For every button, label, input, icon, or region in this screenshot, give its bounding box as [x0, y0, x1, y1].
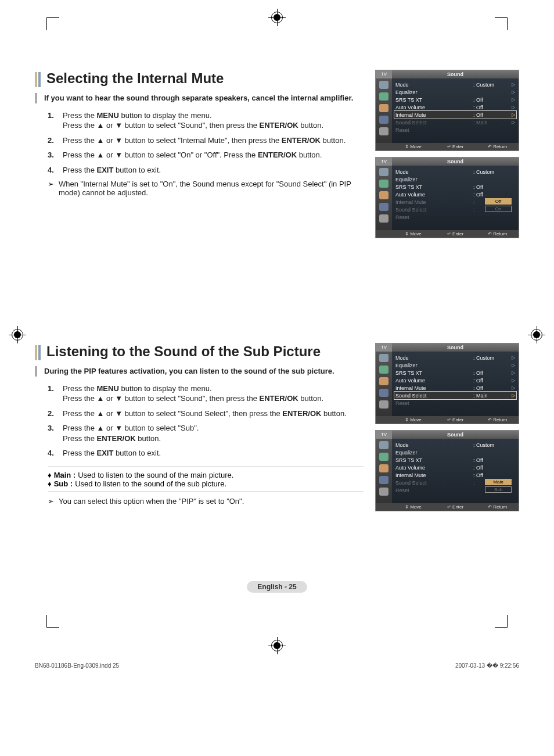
- osd-row[interactable]: Sound Select:MainSub: [395, 479, 515, 486]
- osd-enter-hint: ↵ Enter: [434, 230, 477, 238]
- osd-title: Sound: [392, 343, 519, 352]
- chevron-right-icon: ▷: [509, 97, 515, 102]
- input-icon[interactable]: [379, 127, 388, 135]
- osd-return-hint: ↶ Return: [476, 416, 519, 424]
- step-number: 2.: [48, 135, 57, 146]
- footer-right: 2007-03-13 �� 9:22:56: [455, 662, 519, 669]
- osd-row[interactable]: Reset: [395, 486, 515, 494]
- osd-menu-sound-select-options: TV Sound Mode: CustomEqualizerSRS TS XT:…: [375, 430, 519, 511]
- heading-bars-icon: [35, 70, 41, 87]
- osd-value: : Off: [473, 105, 509, 110]
- osd-row[interactable]: Internal Mute: Off▷: [395, 384, 515, 392]
- osd-row[interactable]: Auto Volume: Off▷: [395, 103, 515, 111]
- osd-row[interactable]: SRS TS XT: Off: [395, 456, 515, 464]
- osd-row[interactable]: Sound Select:: [395, 206, 515, 213]
- sound-icon[interactable]: [379, 366, 388, 374]
- osd-row[interactable]: SRS TS XT: Off▷: [395, 369, 515, 377]
- step-number: 3.: [48, 150, 57, 160]
- crop-mark-bl: [46, 615, 59, 628]
- osd-row[interactable]: Equalizer: [395, 449, 515, 456]
- input-icon[interactable]: [379, 488, 388, 496]
- osd-row[interactable]: SRS TS XT: Off: [395, 183, 515, 191]
- osd-row[interactable]: Mode: Custom: [395, 441, 515, 449]
- osd-row[interactable]: Equalizer: [395, 175, 515, 183]
- osd-tv-label: TV: [376, 343, 392, 352]
- step-item: 4.Press the EXIT button to exit.: [48, 165, 364, 175]
- osd-label: Mode: [395, 355, 473, 361]
- osd-enter-hint: ↵ Enter: [434, 503, 477, 511]
- osd-enter-hint: ↵ Enter: [434, 143, 477, 151]
- osd-row[interactable]: Auto Volume: Off▷: [395, 377, 515, 384]
- osd-label: Sound Select: [395, 393, 473, 399]
- step-text: Press the ▲ or ▼ button to select "Inter…: [63, 135, 346, 146]
- osd-label: Auto Volume: [395, 378, 473, 384]
- osd-value: : Off: [473, 385, 509, 391]
- osd-row[interactable]: Reset: [395, 213, 515, 221]
- section2-bullets: ♦ Main : Used to listen to the sound of …: [48, 467, 364, 492]
- section-internal-mute: Selecting the Internal Mute If you want …: [35, 70, 519, 238]
- sound-icon[interactable]: [379, 453, 388, 461]
- sound-icon[interactable]: [379, 180, 388, 188]
- step-number: 2.: [48, 409, 57, 419]
- setup-icon[interactable]: [379, 476, 388, 484]
- osd-option[interactable]: Main: [485, 479, 512, 485]
- osd-menu-sound-select: TV Sound Mode: Custom▷Equalizer▷SRS TS X…: [375, 343, 519, 424]
- step-text: Press the EXIT button to exit.: [63, 448, 161, 458]
- picture-icon[interactable]: [379, 81, 388, 89]
- channel-icon[interactable]: [379, 464, 388, 472]
- osd-value: : Custom: [473, 355, 509, 361]
- osd-label: Auto Volume: [395, 105, 473, 110]
- osd-row[interactable]: Mode: Custom▷: [395, 354, 515, 361]
- osd-row[interactable]: Auto Volume: Off: [395, 464, 515, 471]
- section-sub-picture-sound: Listening to the Sound of the Sub Pictur…: [35, 343, 519, 511]
- osd-tv-label: TV: [376, 431, 392, 439]
- step-item: 4.Press the EXIT button to exit.: [48, 448, 364, 458]
- osd-label: SRS TS XT: [395, 184, 473, 190]
- osd-label: Mode: [395, 442, 473, 448]
- step-number: 4.: [48, 448, 57, 458]
- picture-icon[interactable]: [379, 354, 388, 362]
- osd-row[interactable]: Reset: [395, 126, 515, 134]
- osd-row[interactable]: Equalizer▷: [395, 88, 515, 96]
- chevron-right-icon: ▷: [509, 82, 515, 87]
- osd-row[interactable]: Sound Select: Main▷: [395, 119, 515, 126]
- osd-row[interactable]: Sound Select: Main▷: [394, 392, 516, 399]
- osd-row[interactable]: Mode: Custom▷: [395, 81, 515, 88]
- setup-icon[interactable]: [379, 116, 388, 124]
- osd-label: Reset: [395, 488, 473, 493]
- chevron-right-icon: ▷: [509, 393, 515, 398]
- section1-note: When "Internal Mute" is set to "On", the…: [59, 180, 364, 197]
- picture-icon[interactable]: [379, 168, 388, 176]
- osd-value: : Custom: [473, 442, 509, 448]
- osd-option[interactable]: Off: [485, 198, 512, 205]
- section1-steps: 1.Press the MENU button to display the m…: [35, 110, 364, 175]
- osd-label: Internal Mute: [395, 472, 473, 478]
- step-number: 1.: [48, 384, 57, 404]
- setup-icon[interactable]: [379, 203, 388, 211]
- sound-icon[interactable]: [379, 92, 388, 101]
- channel-icon[interactable]: [379, 191, 388, 199]
- chevron-right-icon: ▷: [509, 385, 515, 390]
- osd-label: Internal Mute: [395, 112, 473, 118]
- osd-row[interactable]: Mode: Custom: [395, 168, 515, 175]
- channel-icon[interactable]: [379, 377, 388, 385]
- channel-icon[interactable]: [379, 104, 388, 112]
- setup-icon[interactable]: [379, 389, 388, 397]
- osd-label: Reset: [395, 127, 473, 133]
- osd-row[interactable]: SRS TS XT: Off▷: [395, 96, 515, 103]
- chevron-right-icon: ▷: [509, 112, 515, 117]
- osd-row[interactable]: Internal Mute:OffOn: [395, 198, 515, 206]
- step-item: 1.Press the MENU button to display the m…: [48, 384, 364, 404]
- step-item: 1.Press the MENU button to display the m…: [48, 110, 364, 131]
- osd-row[interactable]: Auto Volume: Off: [395, 191, 515, 198]
- osd-row[interactable]: Internal Mute: Off▷: [394, 111, 516, 119]
- osd-row[interactable]: Reset: [395, 399, 515, 407]
- osd-move-hint: ⇕ Move: [392, 416, 434, 424]
- input-icon[interactable]: [379, 400, 388, 409]
- osd-row[interactable]: Equalizer▷: [395, 361, 515, 369]
- osd-return-hint: ↶ Return: [476, 230, 519, 238]
- input-icon[interactable]: [379, 214, 388, 223]
- step-text: Press the EXIT button to exit.: [63, 165, 161, 175]
- osd-row[interactable]: Internal Mute: Off: [395, 471, 515, 479]
- picture-icon[interactable]: [379, 441, 388, 449]
